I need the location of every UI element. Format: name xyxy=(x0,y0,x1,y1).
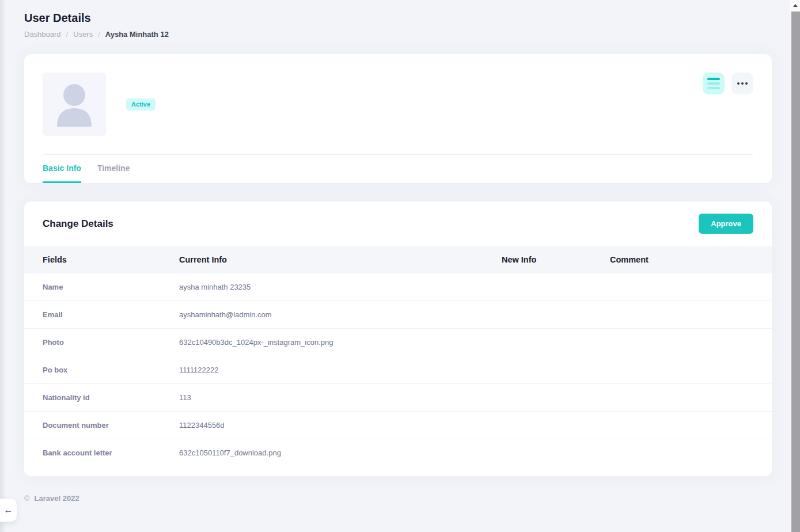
section-title: Change Details xyxy=(43,218,113,230)
approve-button[interactable]: Approve xyxy=(699,214,753,234)
table-header-row: FieldsCurrent InfoNew InfoComment xyxy=(24,246,772,273)
column-header: Comment xyxy=(610,246,772,273)
cell-value xyxy=(610,439,772,467)
up-triangle-icon xyxy=(793,4,798,7)
cell-value: 1111122222 xyxy=(179,356,502,384)
profile-tabs: Basic InfoTimeline xyxy=(24,155,772,183)
tab-timeline[interactable]: Timeline xyxy=(97,155,130,183)
cell-value xyxy=(502,384,610,412)
change-details-header: Change Details Approve xyxy=(24,202,772,246)
scroll-up-arrow[interactable] xyxy=(790,0,800,11)
column-header: New Info xyxy=(502,246,610,273)
breadcrumb-link[interactable]: Users xyxy=(73,30,93,39)
table-row: Po box1111122222 xyxy=(24,356,772,384)
column-header: Current Info xyxy=(179,246,502,273)
drawer-back-button[interactable]: ← xyxy=(0,499,17,522)
cell-value xyxy=(610,273,772,301)
cell-field: Bank account letter xyxy=(24,439,179,467)
cell-field: Nationality id xyxy=(24,384,179,412)
cell-value xyxy=(502,356,610,384)
card-actions xyxy=(703,73,753,94)
cell-field: Email xyxy=(24,301,179,329)
change-details-card: Change Details Approve FieldsCurrent Inf… xyxy=(24,202,772,476)
table-row: Bank account letter632c1050110f7_downloa… xyxy=(24,439,772,467)
burger-icon xyxy=(707,78,720,80)
cell-value xyxy=(502,439,610,467)
cell-value xyxy=(502,301,610,329)
breadcrumb-link[interactable]: Dashboard xyxy=(24,30,61,39)
table-row: Nameaysha minhath 23235 xyxy=(24,273,772,301)
copyright-text: Laravel 2022 xyxy=(35,494,79,503)
cell-field: Po box xyxy=(24,356,179,384)
scrollbar[interactable] xyxy=(790,0,800,532)
cell-value: 632c1050110f7_download.png xyxy=(179,439,502,467)
cell-field: Name xyxy=(24,273,179,301)
breadcrumb: Dashboard/Users/Aysha Minhath 12 xyxy=(24,30,772,39)
tab-basic-info[interactable]: Basic Info xyxy=(43,155,81,183)
page-container: User Details Dashboard/Users/Aysha Minha… xyxy=(0,0,800,503)
breadcrumb-separator: / xyxy=(98,30,100,39)
cell-value: 113 xyxy=(179,384,502,412)
footer: ©Laravel 2022 xyxy=(24,494,772,503)
cell-value xyxy=(610,412,772,439)
profile-card: Active Basic InfoTimeline xyxy=(24,54,772,183)
change-details-table: FieldsCurrent InfoNew InfoComment Nameay… xyxy=(24,246,772,466)
cell-value xyxy=(502,329,610,356)
table-row: Nationality id113 xyxy=(24,384,772,412)
cell-value xyxy=(610,384,772,412)
scrollbar-thumb[interactable] xyxy=(791,12,800,532)
more-options-button[interactable] xyxy=(731,73,753,94)
cell-value: 632c10490b3dc_1024px-_instagram_icon.png xyxy=(179,329,502,356)
cell-field: Document number xyxy=(24,412,179,439)
status-badge: Active xyxy=(126,98,156,111)
cell-value xyxy=(610,356,772,384)
table-row: Emailayshaminhath@ladmin.com xyxy=(24,301,772,329)
list-toggle-button[interactable] xyxy=(703,73,725,94)
cell-value: ayshaminhath@ladmin.com xyxy=(179,301,502,329)
page-title: User Details xyxy=(24,12,772,25)
cell-value xyxy=(502,412,610,439)
cell-value: 1122344556d xyxy=(179,412,502,439)
copyright-symbol: © xyxy=(24,494,30,503)
breadcrumb-current: Aysha Minhath 12 xyxy=(105,30,169,39)
profile-card-top: Active xyxy=(24,54,772,136)
table-body: Nameaysha minhath 23235Emailayshaminhath… xyxy=(24,273,772,466)
column-header: Fields xyxy=(24,246,179,273)
cell-value xyxy=(610,301,772,329)
cell-value xyxy=(610,329,772,356)
table-row: Document number1122344556d xyxy=(24,412,772,439)
breadcrumb-separator: / xyxy=(66,30,69,39)
cell-value: aysha minhath 23235 xyxy=(179,273,502,301)
ellipsis-icon xyxy=(737,82,740,85)
person-icon xyxy=(43,73,106,136)
cell-value xyxy=(502,273,610,301)
avatar xyxy=(43,73,106,136)
cell-field: Photo xyxy=(24,329,179,356)
table-row: Photo632c10490b3dc_1024px-_instagram_ico… xyxy=(24,329,772,356)
